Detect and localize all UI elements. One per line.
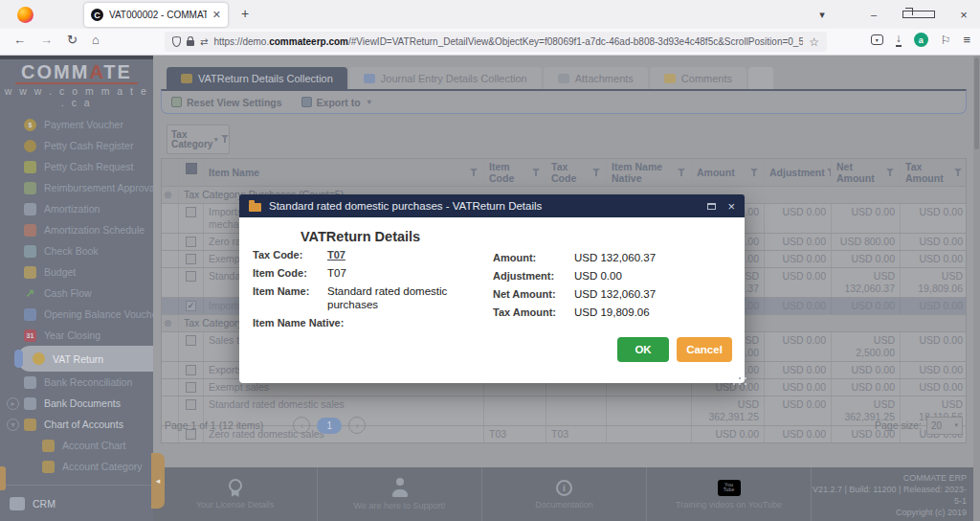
sidebar-item-crm-overview[interactable]: CRM Overview xyxy=(0,516,153,521)
select-all-checkbox[interactable] xyxy=(186,163,197,174)
current-page-button[interactable]: 1 xyxy=(317,418,342,434)
tab-close-icon[interactable]: ✕ xyxy=(212,9,221,21)
edge-collapse-handle[interactable] xyxy=(0,466,6,490)
menu-hamburger-icon[interactable]: ≡ xyxy=(963,33,970,47)
next-page-button[interactable]: › xyxy=(348,417,366,434)
firefox-icon[interactable] xyxy=(17,7,33,23)
column-header-item-code[interactable]: Item Code xyxy=(484,159,546,186)
column-header-amount[interactable]: Amount xyxy=(692,159,765,186)
tracking-shield-icon[interactable] xyxy=(172,36,181,47)
sidebar-item-petty-cash-request[interactable]: Petty Cash Request xyxy=(0,156,153,177)
dialog-collapse-icon[interactable] xyxy=(707,203,716,210)
row-checkbox[interactable] xyxy=(186,237,196,247)
footer-item-documentation[interactable]: Documentation xyxy=(482,467,647,521)
filter-icon[interactable] xyxy=(886,169,895,177)
sidebar-collapse-handle[interactable]: ◂ xyxy=(151,453,165,509)
sidebar-item-account-category[interactable]: Account Category xyxy=(0,456,153,477)
sidebar-item-budget[interactable]: Budget xyxy=(0,261,153,283)
column-header-net-amount[interactable]: Net Amount xyxy=(832,159,901,186)
tab-stub[interactable] xyxy=(748,67,773,89)
row-checkbox[interactable] xyxy=(186,335,196,346)
filter-icon[interactable] xyxy=(592,169,601,177)
row-checkbox[interactable] xyxy=(186,365,196,375)
row-checkbox[interactable] xyxy=(186,207,196,217)
filter-icon[interactable] xyxy=(954,169,963,177)
collapse-group-icon[interactable]: ⊗ xyxy=(162,315,179,331)
page-scrollbar[interactable] xyxy=(973,56,980,521)
sidebar-item-payment-voucher[interactable]: $Payment Voucher xyxy=(0,114,153,135)
sidebar: COMMATE w w w . c o m m a t e . c a $Pay… xyxy=(0,56,153,521)
forward-icon[interactable]: → xyxy=(40,33,53,47)
sidebar-item-amortization[interactable]: Amortization xyxy=(0,198,153,219)
extensions-badge-icon[interactable]: ▾ xyxy=(871,34,883,45)
column-header-tax-amount[interactable]: Tax Amount xyxy=(901,159,968,186)
column-header-item-name[interactable]: Item Name xyxy=(204,159,484,186)
dialog-body: VATReturn Details Tax Code:T07Item Code:… xyxy=(239,217,745,383)
flag-icon[interactable]: ⚐ xyxy=(941,34,951,47)
column-header-tax-code[interactable]: Tax Code xyxy=(546,159,607,186)
export-to-button[interactable]: Export to ▾ xyxy=(301,97,371,108)
home-icon[interactable]: ⌂ xyxy=(92,33,100,47)
chip-caret-icon[interactable]: ▾ xyxy=(214,135,218,145)
row-checkbox[interactable]: ✓ xyxy=(186,301,196,311)
filter-icon[interactable] xyxy=(750,169,759,177)
row-checkbox[interactable] xyxy=(186,382,196,393)
tab-list-chevron-icon[interactable]: ▾ xyxy=(806,9,838,21)
sidebar-item-petty-cash-register[interactable]: Petty Cash Register xyxy=(0,135,153,156)
browser-tab[interactable]: C VAT000002 - COMMATE ERP ✕ xyxy=(84,3,228,27)
sidebar-item-cash-flow[interactable]: ↗Cash Flow xyxy=(0,283,153,304)
url-bar[interactable]: ⇄ https://demo.commateerp.com/#ViewID=VA… xyxy=(165,32,827,52)
prev-page-button[interactable]: ‹ xyxy=(293,417,310,434)
field-value[interactable]: T07 xyxy=(327,248,471,261)
relay-icon[interactable]: ⇄ xyxy=(200,36,208,47)
back-icon[interactable]: ← xyxy=(13,33,26,47)
dialog-close-icon[interactable]: × xyxy=(727,200,735,213)
sidebar-item-amortization-schedule[interactable]: Amortization Schedule xyxy=(0,219,153,240)
sidebar-item-bank-reconciliation[interactable]: Bank Reconciliation xyxy=(0,372,153,393)
expand-right-icon[interactable]: ▸ xyxy=(7,397,19,410)
sidebar-item-year-closing[interactable]: 31Year Closing xyxy=(0,325,153,346)
scrollbar-thumb[interactable] xyxy=(974,57,979,149)
sidebar-item-vat-return[interactable]: VAT Return xyxy=(17,346,153,372)
dialog-resize-handle[interactable] xyxy=(739,377,741,379)
chip-filter-icon[interactable] xyxy=(221,135,230,144)
tab-vatreturn-details-collection[interactable]: VATReturn Details Collection xyxy=(167,67,347,89)
sidebar-item-opening-balance-voucher[interactable]: Opening Balance Voucher xyxy=(0,304,153,325)
row-checkbox[interactable] xyxy=(186,254,196,264)
tab-journal-entry-details-collection[interactable]: Journal Entry Details Collection xyxy=(349,67,542,89)
tab-comments[interactable]: Comments xyxy=(650,67,746,89)
row-checkbox[interactable] xyxy=(186,271,196,282)
collapse-group-icon[interactable]: ⊗ xyxy=(162,187,179,203)
footer-item-your-license-details[interactable]: Your License Details xyxy=(153,467,318,521)
close-button[interactable]: × xyxy=(947,8,980,22)
expand-down-icon[interactable]: ▾ xyxy=(7,419,19,431)
sidebar-item-check-book[interactable]: Check Book xyxy=(0,240,153,261)
restore-button[interactable] xyxy=(902,11,935,18)
filter-icon[interactable] xyxy=(678,169,686,177)
column-header-item-name-native[interactable]: Item Name Native xyxy=(607,159,692,186)
minimize-button[interactable]: – xyxy=(858,9,890,20)
sidebar-item-account-chart[interactable]: Account Chart xyxy=(0,435,153,456)
bookmark-star-icon[interactable]: ☆ xyxy=(809,35,819,49)
account-avatar[interactable]: a xyxy=(914,33,928,47)
new-tab-button[interactable]: + xyxy=(241,6,249,21)
sidebar-item-chart-of-accounts[interactable]: ▾Chart of Accounts xyxy=(0,414,153,435)
footer-item-we-are-here-to-support[interactable]: We are here to Support! xyxy=(318,467,482,521)
page-size-select[interactable]: 20 ▾ xyxy=(926,417,963,435)
dialog-header[interactable]: Standard rated domestic purchases - VATR… xyxy=(239,194,745,217)
reload-icon[interactable]: ↻ xyxy=(67,33,78,47)
column-header-adjustment[interactable]: Adjustment xyxy=(765,159,832,186)
sidebar-item-crm[interactable]: CRM xyxy=(0,491,153,516)
footer-item-training-videos-on-youtube[interactable]: Training videos on YouTube xyxy=(647,467,812,521)
sidebar-item-bank-documents[interactable]: ▸Bank Documents xyxy=(0,393,153,414)
ok-button[interactable]: OK xyxy=(617,337,669,362)
tab-attachments[interactable]: Attachments xyxy=(544,67,648,89)
reset-view-settings-button[interactable]: Reset View Settings xyxy=(171,97,282,108)
filter-icon[interactable] xyxy=(470,169,479,177)
row-checkbox[interactable] xyxy=(186,399,196,410)
cancel-button[interactable]: Cancel xyxy=(677,337,732,362)
sidebar-item-reimbursement-approvals[interactable]: Reimbursement Approvals xyxy=(0,177,153,198)
filter-icon[interactable] xyxy=(532,169,541,177)
group-by-tax-category-chip[interactable]: Tax Category ▾ xyxy=(167,125,230,154)
downloads-icon[interactable]: ↓ xyxy=(896,34,902,47)
